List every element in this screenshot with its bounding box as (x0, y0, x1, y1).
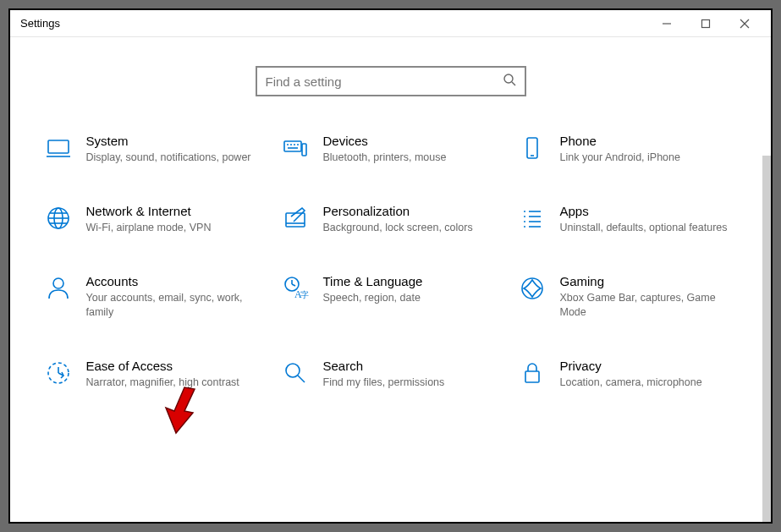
svg-line-42 (298, 376, 305, 382)
category-title: Ease of Access (86, 359, 264, 373)
category-title: Accounts (86, 274, 264, 288)
category-title: Gaming (560, 274, 738, 288)
category-privacy[interactable]: Privacy Location, camera, microphone (518, 359, 738, 390)
gaming-icon (518, 274, 547, 303)
minimize-button[interactable] (647, 10, 686, 37)
svg-line-35 (292, 284, 295, 286)
close-button[interactable] (725, 10, 764, 37)
category-search[interactable]: Search Find my files, permissions (281, 359, 501, 390)
category-personalization[interactable]: Personalization Background, lock screen,… (281, 204, 501, 235)
content-area: System Display, sound, notifications, po… (10, 37, 771, 522)
category-accounts[interactable]: Accounts Your accounts, email, sync, wor… (44, 274, 264, 320)
category-desc: Find my files, permissions (323, 376, 501, 390)
window-title: Settings (20, 17, 60, 30)
category-desc: Your accounts, email, sync, work, family (86, 291, 264, 320)
svg-rect-1 (702, 19, 710, 27)
maximize-button[interactable] (686, 10, 725, 37)
category-apps[interactable]: Apps Uninstall, defaults, optional featu… (518, 204, 738, 235)
category-desc: Narrator, magnifier, high contrast (86, 376, 264, 390)
settings-grid: System Display, sound, notifications, po… (10, 117, 771, 414)
search-category-icon (281, 359, 310, 387)
svg-rect-43 (525, 371, 539, 382)
category-desc: Xbox Game Bar, captures, Game Mode (560, 291, 738, 320)
category-desc: Background, lock screen, colors (323, 221, 501, 235)
search-input[interactable] (266, 74, 503, 89)
category-title: Phone (560, 134, 738, 148)
category-title: Search (323, 359, 501, 373)
category-gaming[interactable]: Gaming Xbox Game Bar, captures, Game Mod… (518, 274, 738, 320)
category-desc: Link your Android, iPhone (560, 151, 738, 165)
time-language-icon: A字 (281, 274, 310, 303)
search-box[interactable] (256, 66, 526, 96)
category-title: Privacy (560, 359, 738, 373)
category-devices[interactable]: Devices Bluetooth, printers, mouse (281, 134, 501, 165)
category-ease-of-access[interactable]: Ease of Access Narrator, magnifier, high… (44, 359, 264, 390)
vertical-scrollbar[interactable] (762, 156, 771, 522)
category-title: Devices (323, 134, 501, 148)
lock-icon (518, 359, 547, 387)
category-title: Network & Internet (86, 204, 264, 218)
window-controls (647, 10, 764, 37)
globe-icon (44, 204, 73, 233)
category-title: Time & Language (323, 274, 501, 288)
category-title: Apps (560, 204, 738, 218)
svg-point-32 (53, 278, 63, 288)
category-network[interactable]: Network & Internet Wi-Fi, airplane mode,… (44, 204, 264, 235)
category-desc: Bluetooth, printers, mouse (323, 151, 501, 165)
category-title: System (86, 134, 264, 148)
category-title: Personalization (323, 204, 501, 218)
svg-rect-14 (302, 144, 306, 156)
svg-point-4 (504, 74, 513, 83)
category-desc: Uninstall, defaults, optional features (560, 221, 738, 235)
svg-point-41 (286, 364, 300, 377)
category-system[interactable]: System Display, sound, notifications, po… (44, 134, 264, 165)
list-icon (518, 204, 547, 233)
ease-of-access-icon (44, 359, 73, 387)
category-desc: Speech, region, date (323, 291, 501, 305)
search-icon (503, 73, 516, 90)
monitor-icon (44, 134, 73, 162)
category-desc: Location, camera, microphone (560, 376, 738, 390)
svg-rect-6 (48, 140, 69, 153)
category-phone[interactable]: Phone Link your Android, iPhone (518, 134, 738, 165)
category-desc: Wi-Fi, airplane mode, VPN (86, 221, 264, 235)
phone-icon (518, 134, 547, 162)
category-time-language[interactable]: A字 Time & Language Speech, region, date (281, 274, 501, 320)
svg-line-5 (512, 82, 515, 85)
category-desc: Display, sound, notifications, power (86, 151, 264, 165)
svg-rect-8 (284, 141, 301, 151)
paint-icon (281, 204, 310, 233)
titlebar: Settings (10, 10, 771, 37)
svg-text:字: 字 (300, 290, 309, 299)
person-icon (44, 274, 73, 303)
settings-window: Settings (8, 8, 773, 524)
keyboard-icon (281, 134, 310, 162)
